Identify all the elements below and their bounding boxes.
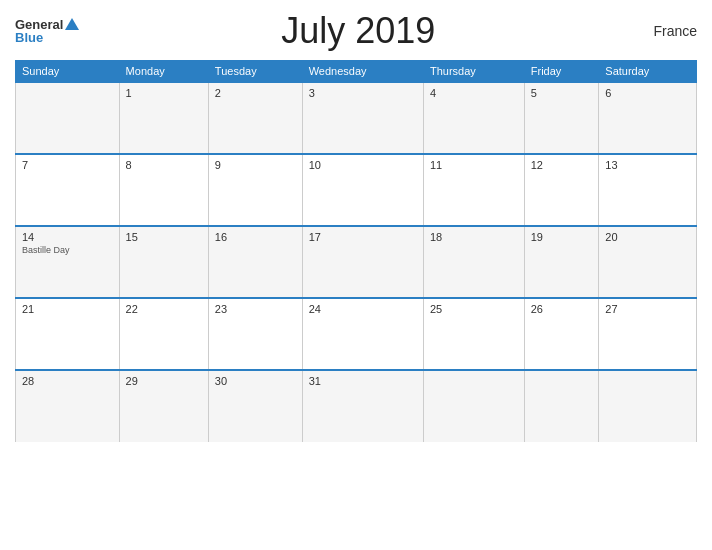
calendar-day-cell: 4 [424, 82, 525, 154]
calendar-table: Sunday Monday Tuesday Wednesday Thursday… [15, 60, 697, 442]
calendar-day-cell: 5 [524, 82, 599, 154]
calendar-day-cell: 17 [302, 226, 423, 298]
header-wednesday: Wednesday [302, 61, 423, 83]
day-number: 31 [309, 375, 417, 387]
calendar-day-cell: 23 [208, 298, 302, 370]
header-friday: Friday [524, 61, 599, 83]
calendar-day-cell: 29 [119, 370, 208, 442]
calendar-day-cell: 10 [302, 154, 423, 226]
logo-blue-text: Blue [15, 31, 79, 44]
calendar-day-cell: 25 [424, 298, 525, 370]
calendar-day-cell: 21 [16, 298, 120, 370]
day-number: 10 [309, 159, 417, 171]
calendar-day-cell: 3 [302, 82, 423, 154]
calendar-day-cell [599, 370, 697, 442]
day-number: 27 [605, 303, 690, 315]
day-number: 9 [215, 159, 296, 171]
day-number: 26 [531, 303, 593, 315]
calendar-day-cell [16, 82, 120, 154]
country-label: France [637, 23, 697, 39]
header-monday: Monday [119, 61, 208, 83]
calendar-day-cell: 6 [599, 82, 697, 154]
calendar-day-cell: 15 [119, 226, 208, 298]
calendar-day-cell: 24 [302, 298, 423, 370]
day-number: 20 [605, 231, 690, 243]
calendar-week-row: 123456 [16, 82, 697, 154]
calendar-week-row: 21222324252627 [16, 298, 697, 370]
day-number: 19 [531, 231, 593, 243]
day-number: 30 [215, 375, 296, 387]
calendar-day-cell: 19 [524, 226, 599, 298]
day-number: 15 [126, 231, 202, 243]
day-number: 7 [22, 159, 113, 171]
calendar-week-row: 14Bastille Day151617181920 [16, 226, 697, 298]
calendar-page: General Blue July 2019 France Sunday Mon… [0, 0, 712, 550]
calendar-day-cell: 12 [524, 154, 599, 226]
calendar-day-cell: 9 [208, 154, 302, 226]
calendar-day-cell: 20 [599, 226, 697, 298]
header-sunday: Sunday [16, 61, 120, 83]
calendar-day-cell: 7 [16, 154, 120, 226]
day-number: 8 [126, 159, 202, 171]
calendar-day-cell: 28 [16, 370, 120, 442]
day-number: 22 [126, 303, 202, 315]
calendar-day-cell: 22 [119, 298, 208, 370]
day-number: 2 [215, 87, 296, 99]
day-number: 24 [309, 303, 417, 315]
calendar-week-row: 28293031 [16, 370, 697, 442]
calendar-day-cell: 18 [424, 226, 525, 298]
calendar-week-row: 78910111213 [16, 154, 697, 226]
header: General Blue July 2019 France [15, 10, 697, 52]
calendar-day-cell: 14Bastille Day [16, 226, 120, 298]
logo: General Blue [15, 18, 79, 44]
days-header-row: Sunday Monday Tuesday Wednesday Thursday… [16, 61, 697, 83]
header-thursday: Thursday [424, 61, 525, 83]
calendar-day-cell: 16 [208, 226, 302, 298]
day-number: 28 [22, 375, 113, 387]
day-number: 16 [215, 231, 296, 243]
calendar-day-cell: 31 [302, 370, 423, 442]
day-number: 5 [531, 87, 593, 99]
day-number: 12 [531, 159, 593, 171]
day-number: 4 [430, 87, 518, 99]
calendar-day-cell: 8 [119, 154, 208, 226]
calendar-body: 1234567891011121314Bastille Day151617181… [16, 82, 697, 442]
day-number: 18 [430, 231, 518, 243]
day-number: 21 [22, 303, 113, 315]
day-number: 3 [309, 87, 417, 99]
calendar-day-cell: 13 [599, 154, 697, 226]
header-tuesday: Tuesday [208, 61, 302, 83]
calendar-day-cell [424, 370, 525, 442]
day-number: 23 [215, 303, 296, 315]
calendar-day-cell: 30 [208, 370, 302, 442]
day-number: 14 [22, 231, 113, 243]
day-number: 11 [430, 159, 518, 171]
day-number: 29 [126, 375, 202, 387]
calendar-day-cell: 11 [424, 154, 525, 226]
day-number: 17 [309, 231, 417, 243]
day-number: 13 [605, 159, 690, 171]
day-number: 1 [126, 87, 202, 99]
calendar-day-cell: 27 [599, 298, 697, 370]
calendar-header: Sunday Monday Tuesday Wednesday Thursday… [16, 61, 697, 83]
logo-triangle-icon [65, 18, 79, 30]
calendar-day-cell: 26 [524, 298, 599, 370]
header-saturday: Saturday [599, 61, 697, 83]
day-event: Bastille Day [22, 245, 113, 255]
calendar-day-cell: 1 [119, 82, 208, 154]
calendar-day-cell [524, 370, 599, 442]
day-number: 25 [430, 303, 518, 315]
calendar-title: July 2019 [79, 10, 637, 52]
calendar-day-cell: 2 [208, 82, 302, 154]
day-number: 6 [605, 87, 690, 99]
